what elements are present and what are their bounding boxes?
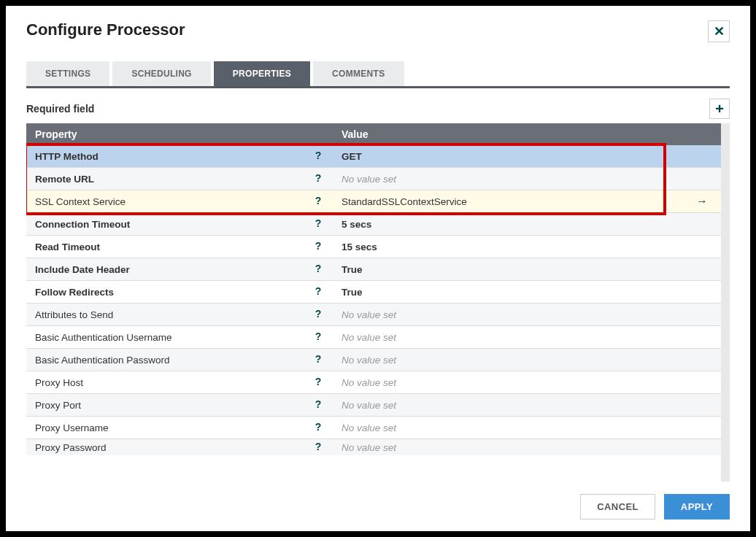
column-value: Value: [333, 123, 721, 145]
property-name: Follow Redirects: [35, 287, 114, 298]
property-name: Connection Timeout: [35, 219, 130, 230]
property-name: Include Date Header: [35, 264, 130, 275]
property-value[interactable]: No value set: [342, 355, 396, 366]
property-name: HTTP Method: [35, 151, 99, 162]
help-icon[interactable]: ?: [312, 309, 324, 320]
property-name: Remote URL: [35, 174, 94, 185]
tab-settings[interactable]: SETTINGS: [26, 61, 109, 86]
table-row[interactable]: Basic Authentication Password?No value s…: [26, 349, 721, 371]
table-row[interactable]: Basic Authentication Username?No value s…: [26, 326, 721, 349]
table-row[interactable]: Follow Redirects?True: [26, 281, 721, 304]
dialog-title: Configure Processor: [26, 20, 185, 39]
property-value[interactable]: 5 secs: [342, 219, 371, 230]
table-row[interactable]: SSL Context Service?StandardSSLContextSe…: [26, 190, 721, 213]
goto-service-icon[interactable]: →: [696, 195, 708, 208]
property-value[interactable]: No value set: [342, 309, 396, 320]
property-name: Attributes to Send: [35, 309, 113, 320]
property-name: Proxy Host: [35, 377, 83, 388]
property-value[interactable]: StandardSSLContextService: [342, 196, 467, 207]
property-name: Basic Authentication Password: [35, 355, 170, 366]
help-icon[interactable]: ?: [312, 422, 324, 433]
table-row[interactable]: Include Date Header?True: [26, 258, 721, 281]
help-icon[interactable]: ?: [312, 399, 324, 411]
table-row[interactable]: Read Timeout?15 secs: [26, 236, 721, 258]
property-name: SSL Context Service: [35, 196, 126, 207]
property-value[interactable]: True: [342, 264, 363, 275]
help-icon[interactable]: ?: [312, 263, 324, 275]
help-icon[interactable]: ?: [312, 286, 324, 298]
tab-properties[interactable]: PROPERTIES: [214, 61, 310, 86]
help-icon[interactable]: ?: [312, 376, 324, 388]
property-value[interactable]: No value set: [342, 422, 396, 433]
table-row[interactable]: HTTP Method?GET: [26, 145, 721, 168]
add-property-button[interactable]: +: [709, 98, 730, 119]
table-row[interactable]: Proxy Password?No value set: [26, 439, 721, 455]
table-row[interactable]: Proxy Port?No value set: [26, 394, 721, 417]
property-name: Proxy Password: [35, 442, 107, 453]
table-row[interactable]: Attributes to Send?No value set: [26, 304, 721, 326]
table-row[interactable]: Connection Timeout?5 secs: [26, 213, 721, 236]
property-name: Basic Authentication Username: [35, 332, 172, 343]
help-icon[interactable]: ?: [312, 441, 324, 453]
help-icon[interactable]: ?: [312, 196, 324, 207]
property-value[interactable]: No value set: [342, 174, 396, 185]
help-icon[interactable]: ?: [312, 354, 324, 366]
property-name: Read Timeout: [35, 242, 100, 252]
property-name: Proxy Port: [35, 400, 81, 411]
property-value[interactable]: No value set: [342, 332, 396, 343]
table-row[interactable]: Remote URL?No value set: [26, 168, 721, 190]
property-value[interactable]: 15 secs: [342, 242, 377, 252]
help-icon[interactable]: ?: [312, 241, 324, 252]
close-icon[interactable]: ✕: [708, 20, 730, 42]
properties-table: Property Value HTTP Method?GETRemote URL…: [26, 123, 730, 482]
configure-processor-dialog: Configure Processor ✕ SETTINGS SCHEDULIN…: [6, 6, 750, 531]
tab-bar: SETTINGS SCHEDULING PROPERTIES COMMENTS: [26, 61, 730, 88]
property-value[interactable]: No value set: [342, 377, 396, 388]
property-value[interactable]: No value set: [342, 442, 396, 453]
table-row[interactable]: Proxy Host?No value set: [26, 371, 721, 394]
required-field-label: Required field: [26, 103, 94, 115]
property-value[interactable]: No value set: [342, 400, 396, 411]
tab-comments[interactable]: COMMENTS: [313, 61, 404, 86]
property-value[interactable]: True: [342, 287, 363, 298]
apply-button[interactable]: APPLY: [664, 494, 730, 519]
property-name: Proxy Username: [35, 422, 109, 433]
table-row[interactable]: Proxy Username?No value set: [26, 417, 721, 439]
table-header: Property Value: [26, 123, 721, 145]
scrollbar-thumb[interactable]: [721, 146, 730, 336]
help-icon[interactable]: ?: [312, 173, 324, 185]
help-icon[interactable]: ?: [312, 150, 324, 162]
column-property: Property: [26, 123, 333, 145]
cancel-button[interactable]: CANCEL: [580, 494, 655, 519]
help-icon[interactable]: ?: [312, 331, 324, 343]
help-icon[interactable]: ?: [312, 218, 324, 230]
tab-scheduling[interactable]: SCHEDULING: [112, 61, 210, 86]
property-value[interactable]: GET: [342, 151, 362, 162]
